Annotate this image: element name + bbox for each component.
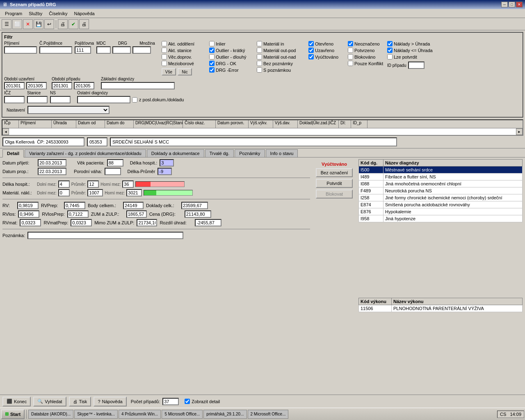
bez-poznamky-checkbox[interactable] bbox=[257, 61, 262, 66]
taskbar-item[interactable]: Skype™ - kvetinka... bbox=[74, 410, 118, 419]
pocet-pripadu-input[interactable] bbox=[162, 398, 179, 405]
procedure-row[interactable]: 11506PLNOHODNOTNÁ PARENTERÁLNÍ VÝŽIVA bbox=[359, 305, 523, 312]
vyhledat-button[interactable]: 🔍 Vyhledat bbox=[33, 397, 66, 406]
diagnosis-row[interactable]: I489Fibrilace a flutter síní, NS bbox=[359, 173, 523, 180]
menu-ciselnik[interactable]: Číselníky bbox=[46, 10, 71, 17]
poznamka-input[interactable] bbox=[27, 232, 183, 239]
toolbar-close-btn[interactable]: ✕ bbox=[23, 19, 33, 29]
mimo-zum-input[interactable] bbox=[137, 219, 157, 226]
stanice-input[interactable] bbox=[27, 96, 48, 103]
menu-sluzby[interactable]: Služby bbox=[25, 10, 46, 17]
tab-varianty[interactable]: Varianty zařazení - dg. z poslední dokum… bbox=[25, 149, 146, 157]
cpojistence-input[interactable] bbox=[39, 46, 72, 54]
vek-input[interactable] bbox=[107, 159, 123, 167]
outlier-dlouhy-checkbox[interactable] bbox=[209, 54, 215, 59]
naklady-le-checkbox[interactable] bbox=[387, 48, 393, 53]
toolbar-new-btn[interactable]: ⬜ bbox=[12, 19, 22, 29]
ostatni-diagnozy-input[interactable] bbox=[77, 96, 130, 103]
datum-prop-input[interactable] bbox=[38, 168, 66, 175]
diagnosis-row[interactable]: I088Jiná mnohočetná onemocnění chlopní bbox=[359, 180, 523, 187]
toolbar-menu-btn[interactable]: ☰ bbox=[2, 19, 11, 29]
naklady-gt-checkbox[interactable] bbox=[387, 41, 393, 46]
pojistovna-input[interactable] bbox=[75, 46, 91, 54]
body-celkem-input[interactable] bbox=[123, 202, 144, 209]
uzavreno-checkbox[interactable] bbox=[308, 48, 314, 53]
scroll-left-button[interactable]: ◄ bbox=[2, 128, 9, 135]
pouze-konflikt-checkbox[interactable] bbox=[348, 61, 353, 66]
diagnosis-row[interactable]: E876Hypokalemie bbox=[359, 208, 523, 215]
taskbar-item[interactable]: 2 Microsoft Office... bbox=[248, 410, 289, 419]
mnozina-input[interactable] bbox=[132, 46, 151, 54]
napoveda-button[interactable]: ? Nápověda bbox=[94, 397, 126, 406]
blokovat-button[interactable]: Blokovat bbox=[316, 189, 353, 199]
delka-hospit-input[interactable] bbox=[160, 159, 174, 167]
porodni-vaha-input[interactable] bbox=[105, 168, 121, 175]
material-horni-input[interactable] bbox=[126, 189, 142, 196]
rvprep-input[interactable] bbox=[64, 202, 85, 209]
bez-oznaceni-button[interactable]: Bez označení bbox=[316, 168, 353, 177]
datum-prijeti-input[interactable] bbox=[38, 159, 66, 167]
vse-button[interactable]: Vše bbox=[162, 68, 176, 75]
z-posl-checkbox[interactable] bbox=[132, 97, 137, 103]
mezioborove-checkbox[interactable] bbox=[162, 61, 167, 66]
akt-oddeleni-checkbox[interactable] bbox=[162, 41, 167, 46]
material-dolni-input[interactable] bbox=[58, 189, 70, 196]
minimize-button[interactable]: ─ bbox=[501, 2, 508, 7]
tab-detail[interactable]: Detail bbox=[2, 149, 24, 158]
tab-info[interactable]: Info o stavu bbox=[266, 149, 298, 157]
drg-ok-checkbox[interactable] bbox=[209, 61, 215, 66]
material-out-nad-checkbox[interactable] bbox=[257, 54, 262, 59]
start-button[interactable]: ⊞ Start bbox=[1, 409, 25, 419]
icz-input[interactable] bbox=[4, 96, 25, 103]
obdobi-pripadu-od-input[interactable] bbox=[52, 82, 72, 89]
potvrzeno-checkbox[interactable] bbox=[348, 48, 353, 53]
menu-program[interactable]: Program bbox=[2, 10, 25, 17]
inlier-checkbox[interactable] bbox=[209, 41, 215, 46]
akt-stanice-checkbox[interactable] bbox=[162, 48, 167, 53]
tisk-button[interactable]: 🖨 Tisk bbox=[69, 397, 91, 406]
taskbar-item[interactable]: primářská_29.1.20... bbox=[203, 410, 247, 419]
material-in-checkbox[interactable] bbox=[257, 41, 262, 46]
s-poznamkou-checkbox[interactable] bbox=[257, 67, 262, 73]
mdc-input[interactable] bbox=[96, 46, 111, 54]
tab-doklady[interactable]: Doklady a dokumentace bbox=[147, 149, 204, 157]
delka-dolni-input[interactable] bbox=[58, 180, 70, 188]
diagnosis-row[interactable]: I500Městnavé selhání srdce bbox=[359, 167, 523, 173]
patient-code-field[interactable] bbox=[87, 137, 107, 146]
tab-poznamky[interactable]: Poznámky bbox=[235, 149, 265, 157]
rvmatprep-input[interactable] bbox=[71, 219, 92, 226]
toolbar-print-preview-btn[interactable]: 🖨 bbox=[58, 19, 68, 29]
blokovano-checkbox[interactable] bbox=[348, 54, 353, 59]
diagnosis-row[interactable]: I258Jiné formy chronické ischemické nemo… bbox=[359, 194, 523, 201]
prijmeni-input[interactable] bbox=[4, 46, 37, 54]
vec-doprov-checkbox[interactable] bbox=[162, 54, 167, 59]
tab-trvale[interactable]: Trvalé dg. bbox=[205, 149, 234, 157]
patient-name-field[interactable] bbox=[2, 137, 84, 146]
diagnosis-row[interactable]: E874Smíšená porucha acidobazické rovnová… bbox=[359, 201, 523, 208]
neoznaceno-checkbox[interactable] bbox=[348, 41, 353, 46]
obdobi-uzavreni-do-input[interactable] bbox=[26, 82, 47, 89]
zum-zulp-input[interactable] bbox=[126, 210, 147, 218]
close-button[interactable]: ✕ bbox=[516, 2, 523, 7]
material-prumer-input[interactable] bbox=[87, 189, 103, 196]
taskbar-item[interactable]: 4 Průzkumník Win... bbox=[119, 410, 161, 419]
taskbar-item[interactable]: Databáze (AKORD)... bbox=[28, 410, 73, 419]
patient-diagnosis-field[interactable] bbox=[110, 137, 397, 146]
material-out-pod-checkbox[interactable] bbox=[257, 48, 262, 53]
toolbar-print-btn[interactable]: 🖨 bbox=[79, 19, 89, 29]
menu-napoveda[interactable]: Nápověda bbox=[71, 10, 98, 17]
rvlosprep-input[interactable] bbox=[67, 210, 89, 218]
scroll-right-button[interactable]: ► bbox=[516, 128, 523, 135]
obdobi-pripadu-do-input[interactable] bbox=[74, 82, 94, 89]
obdobi-uzavreni-od-input[interactable] bbox=[4, 82, 25, 89]
delka-prumer2-input[interactable] bbox=[87, 180, 99, 188]
drg-error-checkbox[interactable] bbox=[209, 67, 215, 73]
vyuctovano-filter-checkbox[interactable] bbox=[308, 54, 314, 59]
rozdil-uhrad-input[interactable] bbox=[195, 219, 221, 226]
lze-potvrdit-checkbox[interactable] bbox=[387, 54, 393, 59]
maximize-button[interactable]: □ bbox=[509, 2, 515, 7]
toolbar-check-btn[interactable]: ✔ bbox=[68, 19, 78, 29]
toolbar-save-btn[interactable]: 💾 bbox=[34, 19, 43, 29]
doklady-celkem-input[interactable] bbox=[181, 202, 208, 209]
taskbar-item[interactable]: 5 Microsoft Office... bbox=[162, 410, 203, 419]
